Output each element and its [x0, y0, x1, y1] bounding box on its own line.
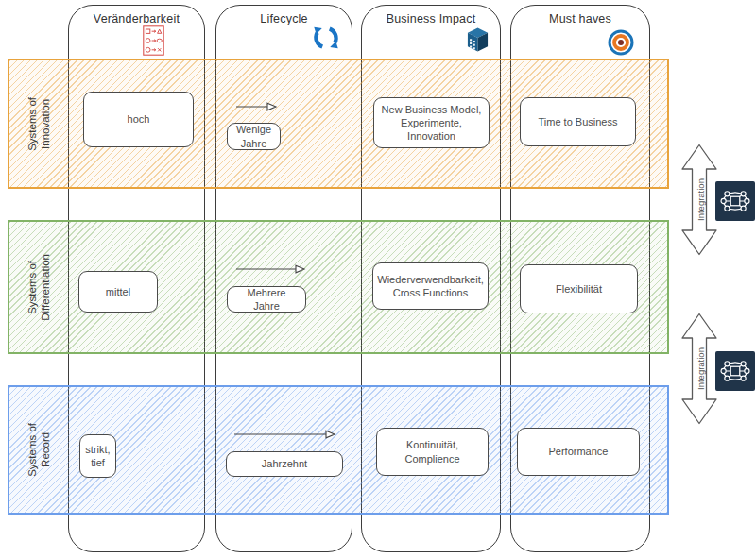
cell-differentiation-must-haves: Flexibilität	[520, 264, 638, 313]
enterprise-building-icon	[466, 26, 490, 57]
row-label-systems-of-innovation: Systems of Innovation	[9, 60, 68, 187]
cell-record-lifecycle: Jahrzehnt	[226, 451, 343, 477]
cell-differentiation-lifecycle: Mehrere Jahre	[227, 286, 306, 313]
target-bullseye-icon	[608, 29, 634, 59]
integration-hub-icon	[715, 351, 755, 395]
cell-differentiation-veraenderbarkeit: mittel	[78, 271, 158, 313]
column-header-business-impact: Business Impact	[362, 6, 500, 25]
column-header-veraenderbarkeit: Veränderbarkeit	[69, 6, 204, 25]
integration-label-bottom: Integration	[682, 313, 718, 425]
lifecycle-cycle-icon	[311, 23, 341, 57]
cell-innovation-must-haves: Time to Business	[520, 97, 636, 146]
cell-innovation-veraenderbarkeit: hoch	[83, 92, 194, 147]
it-systems-matrix-diagram: Veränderbarkeit Lifecycle	[0, 0, 756, 558]
timeline-arrow-short	[234, 100, 278, 113]
timeline-arrow-medium	[234, 262, 306, 276]
row-label-systems-of-record: Systems of Record	[9, 387, 68, 513]
timeline-arrow-long	[232, 428, 336, 441]
integration-hub-icon	[715, 181, 755, 225]
column-header-must-haves: Must haves	[511, 6, 649, 25]
integration-label-top: Integration	[682, 144, 718, 256]
cell-record-veraenderbarkeit: strikt, tief	[79, 434, 116, 478]
row-label-systems-of-differentiation: Systems of Differentiation	[9, 222, 68, 352]
cell-differentiation-business-impact: Wiederverwendbarkeit, Cross Functions	[372, 262, 489, 310]
cell-innovation-lifecycle: Wenige Jahre	[227, 123, 281, 150]
cell-record-business-impact: Kontinuität, Complience	[376, 428, 489, 476]
shape-transform-icon	[143, 25, 164, 59]
cell-record-must-haves: Performance	[517, 428, 640, 476]
cell-innovation-business-impact: New Business Model, Experimente, Innovat…	[373, 97, 490, 148]
